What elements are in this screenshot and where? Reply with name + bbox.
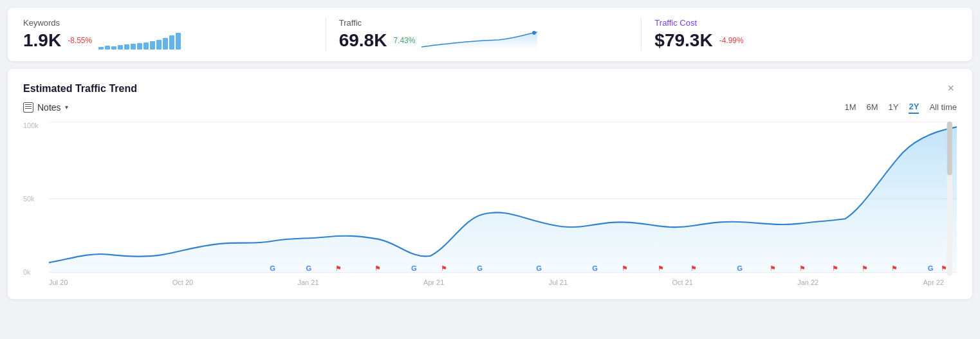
mini-bar-segment xyxy=(105,46,110,50)
traffic-sparkline xyxy=(421,31,537,50)
svg-text:G: G xyxy=(477,264,483,272)
svg-text:⚑: ⚑ xyxy=(658,264,664,272)
x-axis-label: Jan 21 xyxy=(297,279,319,286)
x-axis-label: Jul 20 xyxy=(49,279,68,286)
y-axis: 100k 50k 0k xyxy=(23,122,49,276)
svg-rect-5 xyxy=(947,122,952,175)
x-axis-label: Jul 21 xyxy=(549,279,568,286)
main-chart-svg: G G ⚑ ⚑ G ⚑ G G G ⚑ ⚑ ⚑ G ⚑ ⚑ ⚑ ⚑ ⚑ G ⚑ xyxy=(49,122,957,276)
svg-text:⚑: ⚑ xyxy=(862,264,868,272)
svg-text:G: G xyxy=(592,264,598,272)
chart-controls: Notes ▾ 1M6M1Y2YAll time xyxy=(23,100,957,114)
x-axis-label: Jan 22 xyxy=(797,279,818,286)
svg-text:⚑: ⚑ xyxy=(441,264,447,272)
svg-text:⚑: ⚑ xyxy=(374,264,381,272)
time-range-btn-6m[interactable]: 6M xyxy=(867,101,878,113)
x-axis-label: Oct 20 xyxy=(172,279,193,286)
chart-svg-wrapper: G G ⚑ ⚑ G ⚑ G G G ⚑ ⚑ ⚑ G ⚑ ⚑ ⚑ ⚑ ⚑ G ⚑ xyxy=(49,122,957,276)
svg-text:⚑: ⚑ xyxy=(891,264,898,272)
y-label-50k: 50k xyxy=(23,195,49,203)
notes-icon xyxy=(23,102,33,113)
traffic-cost-value: $79.3K xyxy=(654,30,712,51)
chart-header: Estimated Traffic Trend × xyxy=(23,82,957,95)
traffic-value-row: 69.8K 7.43% xyxy=(339,30,629,51)
svg-text:⚑: ⚑ xyxy=(799,264,806,272)
svg-text:⚑: ⚑ xyxy=(770,264,776,272)
traffic-cost-value-row: $79.3K -4.99% xyxy=(654,30,944,51)
mini-bar-segment xyxy=(131,44,136,50)
svg-text:G: G xyxy=(737,264,743,272)
mini-bar-segment xyxy=(118,45,123,50)
svg-text:G: G xyxy=(536,264,542,272)
keywords-label: Keywords xyxy=(23,18,313,28)
mini-bar-segment xyxy=(150,41,155,50)
traffic-value: 69.8K xyxy=(339,30,387,51)
svg-text:⚑: ⚑ xyxy=(690,264,697,272)
keywords-value: 1.9K xyxy=(23,30,61,51)
mini-bar-segment xyxy=(111,46,116,50)
notes-button[interactable]: Notes ▾ xyxy=(23,102,68,113)
svg-text:⚑: ⚑ xyxy=(335,264,342,272)
mini-bar-segment xyxy=(176,33,181,50)
traffic-label: Traffic xyxy=(339,18,629,28)
mini-bar-segment xyxy=(169,35,174,50)
time-range-btn-2y[interactable]: 2Y xyxy=(909,100,919,114)
time-range-btn-1m[interactable]: 1M xyxy=(844,101,856,113)
time-range-btn-all-time[interactable]: All time xyxy=(929,101,957,113)
mini-bar-segment xyxy=(137,43,142,50)
svg-text:⚑: ⚑ xyxy=(622,264,628,272)
notes-label: Notes xyxy=(37,102,61,113)
svg-point-0 xyxy=(532,31,536,35)
time-range-selector: 1M6M1Y2YAll time xyxy=(844,100,957,114)
keywords-change: -8.55% xyxy=(68,36,92,45)
mini-bar-segment xyxy=(98,47,104,50)
mini-bar-segment xyxy=(156,40,162,50)
chevron-down-icon: ▾ xyxy=(65,104,68,111)
traffic-cost-label: Traffic Cost xyxy=(654,18,944,28)
svg-text:G: G xyxy=(306,264,311,272)
x-axis-label: Apr 21 xyxy=(423,279,444,286)
close-button[interactable]: × xyxy=(945,82,957,95)
keywords-mini-chart xyxy=(98,32,181,50)
mini-bar-segment xyxy=(163,38,168,50)
traffic-cost-change: -4.99% xyxy=(719,36,744,45)
svg-text:G: G xyxy=(411,264,417,272)
x-axis-label: Apr 22 xyxy=(923,279,944,286)
svg-text:⚑: ⚑ xyxy=(941,264,947,272)
x-axis-label: Oct 21 xyxy=(672,279,692,286)
traffic-change: 7.43% xyxy=(393,36,415,45)
chart-title: Estimated Traffic Trend xyxy=(23,83,137,95)
traffic-metric: Traffic 69.8K 7.43% xyxy=(326,18,642,51)
mini-bar-segment xyxy=(143,42,149,50)
time-range-btn-1y[interactable]: 1Y xyxy=(889,101,899,113)
y-label-100k: 100k xyxy=(23,122,49,129)
chart-container: 100k 50k 0k xyxy=(23,122,957,276)
svg-text:⚑: ⚑ xyxy=(832,264,838,272)
chart-card: Estimated Traffic Trend × Notes ▾ 1M6M1Y… xyxy=(8,69,972,299)
traffic-cost-metric: Traffic Cost $79.3K -4.99% xyxy=(642,18,957,51)
metrics-card: Keywords 1.9K -8.55% Traffic 69.8K 7.43% xyxy=(8,8,972,61)
keywords-metric: Keywords 1.9K -8.55% xyxy=(23,18,326,51)
keywords-value-row: 1.9K -8.55% xyxy=(23,30,313,51)
svg-text:G: G xyxy=(270,264,275,272)
x-axis: Jul 20Oct 20Jan 21Apr 21Jul 21Oct 21Jan … xyxy=(23,279,957,286)
y-label-0k: 0k xyxy=(23,268,49,276)
svg-text:G: G xyxy=(928,264,934,272)
mini-bar-segment xyxy=(124,44,129,50)
